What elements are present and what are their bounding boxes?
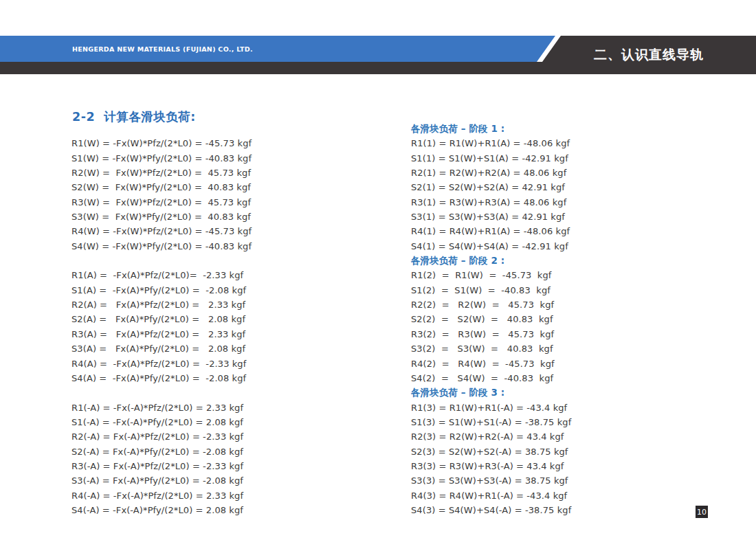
formula-line: S2(1) = S2(W)+S2(A) = 42.91 kgf: [411, 180, 571, 194]
formula-line: S2(2) = S2(W) = 40.83 kgf: [411, 312, 571, 326]
formula-line: R1(1) = R1(W)+R1(A) = -48.06 kgf: [411, 136, 571, 150]
row-spacer: [71, 385, 252, 400]
formula-line: R3(2) = R3(W) = 45.73 kgf: [411, 327, 571, 341]
company-name: HENGERDA NEW MATERIALS (FUJIAN) CO., LTD…: [72, 36, 253, 62]
formula-line: R3(W) = Fx(W)*Pfz/(2*L0) = 45.73 kgf: [71, 195, 252, 210]
formula-line: S1(W) = -Fx(W)*Pfy/(2*L0) = -40.83 kgf: [71, 151, 252, 166]
stage-heading: 各滑块负荷 – 阶段 1 :: [411, 122, 571, 136]
formula-line: R2(2) = R2(W) = 45.73 kgf: [411, 297, 571, 312]
formula-line: S3(W) = Fx(W)*Pfy/(2*L0) = 40.83 kgf: [71, 210, 252, 224]
formula-line: S1(2) = S1(W) = -40.83 kgf: [411, 283, 571, 297]
row-spacer: [71, 122, 252, 136]
formula-line: S2(3) = S2(W)+S2(-A) = 38.75 kgf: [411, 445, 571, 459]
stage-heading: 各滑块负荷 – 阶段 3 :: [411, 385, 571, 400]
formula-line: R4(W) = -Fx(W)*Pfz/(2*L0) = -45.73 kgf: [71, 224, 252, 238]
formula-line: R2(-A) = Fx(-A)*Pfz/(2*L0) = -2.33 kgf: [71, 429, 252, 444]
formula-line: S4(-A) = -Fx(-A)*Pfy/(2*L0) = 2.08 kgf: [71, 503, 252, 517]
formula-line: S1(3) = S1(W)+S1(-A) = -38.75 kgf: [411, 415, 571, 429]
formula-line: R4(2) = R4(W) = -45.73 kgf: [411, 357, 571, 371]
formula-line: R1(3) = R1(W)+R1(-A) = -43.4 kgf: [411, 401, 571, 415]
formula-line: R1(W) = -Fx(W)*Pfz/(2*L0) = -45.73 kgf: [71, 136, 252, 150]
formula-line: S4(1) = S4(W)+S4(A) = -42.91 kgf: [411, 239, 571, 254]
formula-line: R4(1) = R4(W)+R1(A) = -48.06 kgf: [411, 224, 571, 238]
formula-line: R4(3) = R4(W)+R1(-A) = -43.4 kgf: [411, 488, 571, 503]
formula-line: S3(A) = Fx(A)*Pfy/(2*L0) = 2.08 kgf: [71, 341, 252, 356]
formula-line: S2(W) = Fx(W)*Pfy/(2*L0) = 40.83 kgf: [71, 180, 252, 194]
formula-line: R3(3) = R3(W)+R3(-A) = 43.4 kgf: [411, 459, 571, 473]
formula-line: S3(1) = S3(W)+S3(A) = 42.91 kgf: [411, 210, 571, 224]
formula-line: R2(3) = R2(W)+R2(-A) = 43.4 kgf: [411, 429, 571, 444]
section-title: 二、认识直线导轨: [595, 36, 702, 74]
formula-line: S4(W) = -Fx(W)*Pfy/(2*L0) = -40.83 kgf: [71, 239, 252, 254]
formula-line: R1(A) = -Fx(A)*Pfz/(2*L0)= -2.33 kgf: [71, 268, 252, 282]
formula-line: R2(A) = Fx(A)*Pfz/(2*L0) = 2.33 kgf: [71, 297, 252, 312]
formula-line: R3(-A) = Fx(-A)*Pfz/(2*L0) = -2.33 kgf: [71, 459, 252, 473]
formula-line: S3(3) = S3(W)+S3(-A) = 38.75 kgf: [411, 473, 571, 488]
stage-heading: 各滑块负荷 – 阶段 2 :: [411, 254, 571, 268]
formula-line: R4(A) = -Fx(A)*Pfz/(2*L0) = -2.33 kgf: [71, 357, 252, 371]
formula-line: S1(1) = S1(W)+S1(A) = -42.91 kgf: [411, 151, 571, 166]
formula-line: R1(-A) = -Fx(-A)*Pfz/(2*L0) = 2.33 kgf: [71, 401, 252, 415]
formula-line: R2(1) = R2(W)+R2(A) = 48.06 kgf: [411, 166, 571, 180]
row-spacer: [71, 254, 252, 268]
formula-line: S3(-A) = Fx(-A)*Pfy/(2*L0) = -2.08 kgf: [71, 473, 252, 488]
formula-line: R1(2) = R1(W) = -45.73 kgf: [411, 268, 571, 282]
page-number-badge: 10: [696, 506, 708, 518]
formula-line: S1(A) = -Fx(A)*Pfy/(2*L0) = -2.08 kgf: [71, 283, 252, 297]
formula-line: S2(A) = Fx(A)*Pfy/(2*L0) = 2.08 kgf: [71, 312, 252, 326]
formula-line: S2(-A) = Fx(-A)*Pfy/(2*L0) = -2.08 kgf: [71, 445, 252, 459]
formula-line: S3(2) = S3(W) = 40.83 kgf: [411, 341, 571, 356]
formula-line: R3(1) = R3(W)+R3(A) = 48.06 kgf: [411, 195, 571, 210]
formula-line: R3(A) = Fx(A)*Pfz/(2*L0) = 2.33 kgf: [71, 327, 252, 341]
formula-line: R4(-A) = -Fx(-A)*Pfz/(2*L0) = 2.33 kgf: [71, 488, 252, 503]
formula-line: S1(-A) = -Fx(-A)*Pfy/(2*L0) = 2.08 kgf: [71, 415, 252, 429]
formula-line: S4(2) = S4(W) = -40.83 kgf: [411, 371, 571, 385]
formula-line: S4(A) = -Fx(A)*Pfy/(2*L0) = -2.08 kgf: [71, 371, 252, 385]
formula-column-right: 各滑块负荷 – 阶段 1 :R1(1) = R1(W)+R1(A) = -48.…: [411, 122, 571, 517]
formula-line: R2(W) = Fx(W)*Pfz/(2*L0) = 45.73 kgf: [71, 166, 252, 180]
formula-line: S4(3) = S4(W)+S4(-A) = -38.75 kgf: [411, 503, 571, 517]
formula-column-left: R1(W) = -Fx(W)*Pfz/(2*L0) = -45.73 kgfS1…: [71, 122, 252, 517]
